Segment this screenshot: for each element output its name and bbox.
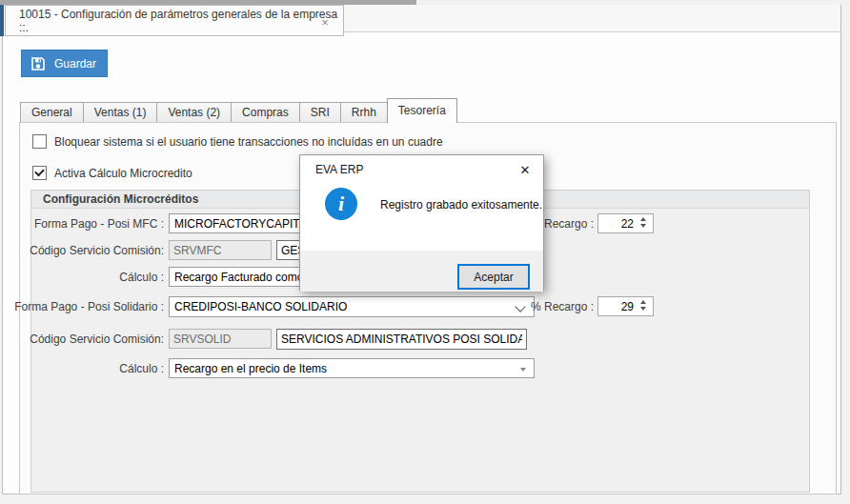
codigo-comision-mfc-input[interactable]	[169, 240, 272, 260]
forma-pago-solidario-value: CREDIPOSI-BANCO SOLIDARIO	[174, 300, 347, 313]
close-icon[interactable]: ×	[316, 13, 334, 30]
document-tabbar-background	[344, 5, 840, 32]
spinner-up-icon[interactable]	[640, 217, 646, 221]
settings-tabstrip: General Ventas (1) Ventas (2) Compras SR…	[21, 98, 457, 123]
calculo-mfc-value: Recargo Facturado como S	[174, 271, 314, 284]
check-icon	[34, 167, 45, 177]
tab-ventas-1[interactable]: Ventas (1)	[83, 102, 158, 123]
checkbox-row-bloquear: Bloquear sistema si el usuario tiene tra…	[32, 134, 443, 149]
calculo-solidario-label: Cálculo :	[11, 362, 164, 375]
active-tab-accent-strip	[0, 5, 4, 36]
calculo-mfc-label: Cálculo :	[11, 271, 164, 284]
document-tab[interactable]: 10015 - Configuración de parámetros gene…	[5, 5, 344, 36]
tab-general[interactable]: General	[20, 102, 84, 123]
codigo-comision-mfc-label: Código Servicio Comisión:	[11, 244, 164, 257]
info-icon: i	[325, 188, 357, 220]
document-tab-title: 10015 - Configuración de parámetros gene…	[19, 8, 343, 34]
activa-microcredito-checkbox[interactable]	[32, 166, 47, 180]
accept-button-label: Aceptar	[474, 271, 513, 284]
codigo-comision-solidario-label: Código Servicio Comisión:	[11, 333, 164, 346]
bloquear-checkbox[interactable]	[32, 134, 47, 149]
activa-checkbox-label[interactable]: Activa Cálculo Microcredito	[54, 167, 192, 180]
descripcion-comision-solidario-input[interactable]	[276, 329, 527, 350]
chevron-down-icon	[515, 301, 525, 312]
bloquear-checkbox-label[interactable]: Bloquear sistema si el usuario tiene tra…	[54, 135, 443, 149]
save-button-label: Guardar	[54, 57, 96, 71]
calculo-solidario-value: Recargo en el precio de Items	[174, 362, 327, 375]
forma-pago-solidario-label: Forma Pago - Posi Solidario :	[11, 300, 164, 313]
dialog-footer: Aceptar	[300, 251, 543, 292]
recargo-solidario-label: % Recargo :	[529, 300, 594, 313]
forma-pago-solidario-combobox[interactable]: CREDIPOSI-BANCO SOLIDARIO	[169, 296, 535, 317]
save-button[interactable]: Guardar	[21, 50, 108, 77]
spinner-arrows[interactable]	[640, 217, 646, 228]
accept-button[interactable]: Aceptar	[457, 264, 530, 290]
spinner-arrows[interactable]	[640, 300, 646, 311]
dialog-close-icon[interactable]: ✕	[515, 160, 536, 179]
calculo-solidario-combobox[interactable]: Recargo en el precio de Items	[169, 358, 535, 378]
tab-sri[interactable]: SRI	[299, 102, 341, 123]
app-window: 10015 - Configuración de parámetros gene…	[0, 0, 850, 504]
forma-pago-mfc-label: Forma Pago - Posi MFC :	[11, 217, 164, 231]
codigo-comision-solidario-input[interactable]	[169, 329, 272, 349]
checkbox-row-activa: Activa Cálculo Microcredito	[32, 166, 192, 180]
message-dialog: EVA ERP ✕ i Registro grabado exitosament…	[299, 154, 544, 291]
tab-rrhh[interactable]: Rrhh	[340, 102, 388, 123]
dialog-message: Registro grabado exitosamente.	[380, 198, 542, 212]
dropdown-arrow-icon	[520, 368, 526, 372]
dialog-title: EVA ERP	[315, 163, 363, 176]
spinner-up-icon[interactable]	[640, 300, 646, 304]
tab-compras[interactable]: Compras	[231, 102, 300, 123]
spinner-down-icon[interactable]	[640, 307, 646, 311]
tab-tesoreria[interactable]: Tesorería	[387, 98, 457, 123]
spinner-down-icon[interactable]	[640, 224, 646, 228]
save-icon	[30, 56, 46, 71]
tab-ventas-2[interactable]: Ventas (2)	[156, 102, 232, 123]
